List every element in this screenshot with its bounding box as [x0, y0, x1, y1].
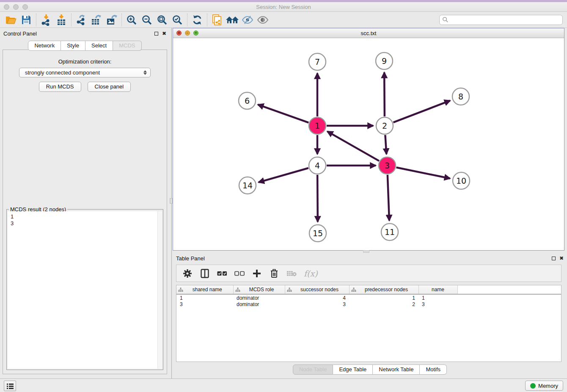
table-row[interactable]: 3 dominator 3 2 3: [176, 301, 561, 308]
table-tabs: Node Table Edge Table Network Table Moti…: [173, 364, 567, 375]
search-input[interactable]: [450, 17, 562, 23]
new-network-from-selection-icon[interactable]: [209, 13, 225, 27]
network-canvas[interactable]: 1234678910111415: [173, 38, 564, 250]
column-type-icon: [178, 287, 183, 292]
graph-edge-3-10[interactable]: [396, 167, 450, 178]
mcds-result-group: MCDS result (2 nodes) 1 3: [6, 209, 163, 370]
window-title: Session: New Session: [0, 4, 567, 10]
search-box[interactable]: [439, 15, 563, 25]
tab-edge-table[interactable]: Edge Table: [333, 364, 373, 375]
network-window-titlebar[interactable]: ✕ − + scc.txt: [173, 28, 564, 38]
tab-motifs[interactable]: Motifs: [420, 364, 447, 375]
zoom-out-icon[interactable]: [139, 13, 154, 27]
optimization-criterion-select[interactable]: strongly connected component: [19, 68, 151, 77]
cell-shared-name[interactable]: 3: [176, 301, 233, 308]
network-graph: 1234678910111415: [173, 38, 564, 250]
close-table-panel-icon[interactable]: ✖: [559, 256, 564, 261]
graph-node-label: 2: [382, 121, 387, 130]
export-table-icon[interactable]: [89, 13, 104, 27]
tab-node-table[interactable]: Node Table: [293, 364, 333, 375]
status-bar: Memory: [0, 378, 567, 392]
graph-edge-2-3[interactable]: [385, 135, 386, 154]
graph-node-label: 10: [456, 176, 466, 185]
graph-node-label: 6: [245, 96, 250, 105]
control-panel-tabs: Network Style Select MCDS: [0, 41, 170, 51]
header-filler: [457, 285, 561, 294]
float-table-panel-icon[interactable]: [552, 257, 556, 260]
column-type-icon: [287, 287, 292, 292]
import-network-icon[interactable]: [39, 13, 54, 27]
graph-edge-4-15[interactable]: [317, 175, 318, 222]
toolbar-separator: [121, 14, 122, 26]
graph-edge-3-11[interactable]: [388, 175, 389, 221]
column-header-predecessor-nodes[interactable]: predecessor nodes: [349, 285, 418, 294]
graph-edge-4-14[interactable]: [259, 168, 308, 182]
column-header-name[interactable]: name: [418, 285, 457, 294]
export-image-icon[interactable]: [104, 13, 119, 27]
graph-node-label: 7: [315, 57, 320, 66]
zoom-fit-icon[interactable]: [154, 13, 170, 27]
tab-network-table[interactable]: Network Table: [373, 364, 420, 375]
show-column-panel-icon[interactable]: [200, 268, 210, 279]
unselect-all-columns-icon[interactable]: [234, 268, 245, 279]
graph-edge-3-1[interactable]: [327, 131, 379, 161]
import-table-icon[interactable]: [54, 13, 69, 27]
cell-successor-nodes[interactable]: 3: [285, 301, 349, 308]
cell-predecessor-nodes[interactable]: 1: [349, 294, 418, 301]
memory-button[interactable]: Memory: [525, 381, 563, 391]
graph-node-label: 3: [385, 161, 390, 170]
column-header-shared-name[interactable]: shared name: [176, 285, 233, 294]
search-icon: [442, 17, 449, 23]
cell-successor-nodes[interactable]: 4: [285, 294, 349, 301]
float-panel-icon[interactable]: [154, 32, 158, 36]
mcds-panel: Optimization criterion: strongly connect…: [3, 50, 167, 374]
network-window: ✕ − + scc.txt 1234678910111415: [173, 28, 564, 251]
run-mcds-button[interactable]: Run MCDS: [39, 82, 81, 92]
cell-shared-name[interactable]: 1: [176, 294, 233, 301]
graph-edge-1-6[interactable]: [258, 105, 308, 123]
cell-mcds-role[interactable]: dominator: [233, 294, 285, 301]
tab-select[interactable]: Select: [85, 41, 113, 51]
close-panel-button[interactable]: Close panel: [88, 82, 131, 92]
splitter-grip[interactable]: [170, 198, 173, 204]
optimization-criterion-label: Optimization criterion:: [3, 58, 167, 65]
cell-name[interactable]: 3: [418, 301, 457, 308]
export-network-icon[interactable]: [74, 13, 89, 27]
table-settings-gear-icon[interactable]: [182, 268, 193, 279]
graph-node-label: 9: [382, 56, 387, 66]
first-neighbors-icon[interactable]: [225, 13, 240, 27]
hide-selected-icon[interactable]: [240, 13, 255, 27]
vertical-splitter[interactable]: [170, 28, 173, 378]
graph-edge-2-9[interactable]: [384, 72, 385, 116]
show-all-icon[interactable]: [255, 13, 270, 27]
delete-table-icon: [286, 268, 297, 279]
zoom-in-icon[interactable]: [124, 13, 139, 27]
column-header-successor-nodes[interactable]: successor nodes: [285, 285, 349, 294]
select-all-columns-icon[interactable]: [217, 268, 227, 279]
column-type-icon: [351, 287, 356, 292]
cell-mcds-role[interactable]: dominator: [233, 301, 285, 308]
tab-style[interactable]: Style: [61, 41, 85, 51]
delete-columns-icon[interactable]: [269, 268, 279, 279]
table-row[interactable]: 1 dominator 4 1 1: [176, 294, 561, 301]
cell-predecessor-nodes[interactable]: 2: [349, 301, 418, 308]
zoom-selected-icon[interactable]: [170, 13, 185, 27]
mcds-result-list[interactable]: 1 3: [8, 211, 162, 369]
save-session-icon[interactable]: [19, 13, 34, 27]
titlebar: Session: New Session: [0, 2, 567, 12]
task-history-button[interactable]: [4, 381, 16, 391]
select-arrows-icon: [143, 70, 147, 75]
open-file-icon[interactable]: [3, 13, 19, 27]
result-scrollbar[interactable]: [157, 211, 162, 369]
node-table[interactable]: shared name MCDS role successor nodes pr…: [176, 285, 561, 362]
cell-name[interactable]: 1: [418, 294, 457, 301]
column-header-mcds-role[interactable]: MCDS role: [233, 285, 285, 294]
graph-node-label: 15: [313, 229, 323, 238]
graph-node-label: 11: [385, 227, 395, 237]
tab-mcds[interactable]: MCDS: [113, 41, 141, 51]
close-panel-icon[interactable]: ✖: [162, 31, 166, 36]
tab-network[interactable]: Network: [28, 41, 61, 51]
graph-edge-2-8[interactable]: [394, 101, 450, 122]
apply-layout-icon[interactable]: [190, 13, 205, 27]
create-column-icon[interactable]: [252, 268, 262, 279]
